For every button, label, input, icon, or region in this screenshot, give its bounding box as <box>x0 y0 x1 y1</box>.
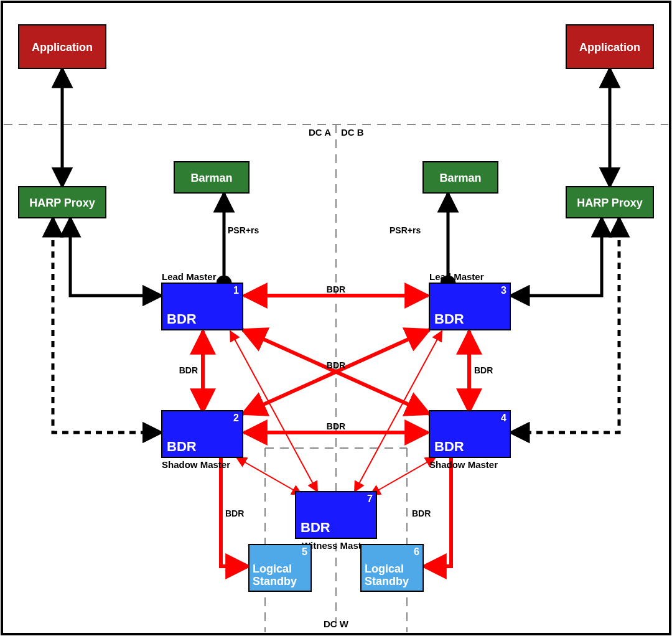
svg-text:HARP Proxy: HARP Proxy <box>577 197 643 209</box>
node-barman-a: Barman <box>174 162 249 193</box>
node-bdr3: 3 BDR <box>429 283 510 330</box>
node-harp-left: HARP Proxy <box>19 187 106 218</box>
node-ls6: 6 Logical Standby <box>361 545 423 591</box>
svg-text:Barman: Barman <box>439 172 481 184</box>
svg-text:BDR: BDR <box>167 439 197 454</box>
role-bdr7: Witness Master <box>302 540 370 551</box>
svg-text:Application: Application <box>32 41 93 54</box>
role-bdr4: Shadow Master <box>429 459 498 470</box>
diagram-frame <box>2 2 670 634</box>
role-bdr1: Lead Master <box>162 271 217 282</box>
region-label-dcb: DC B <box>341 127 364 138</box>
edgelabel-psr-a: PSR+rs <box>228 225 259 235</box>
node-ls5: 5 Logical Standby <box>249 545 311 591</box>
svg-text:HARP Proxy: HARP Proxy <box>29 197 95 209</box>
node-barman-b: Barman <box>423 162 498 193</box>
svg-text:Standby: Standby <box>365 575 409 587</box>
svg-text:Standby: Standby <box>253 575 297 587</box>
node-bdr4: 4 BDR <box>429 411 510 457</box>
node-bdr1: 1 BDR <box>162 283 243 330</box>
svg-text:1: 1 <box>233 285 239 296</box>
node-application-left: Application <box>19 25 106 68</box>
svg-text:6: 6 <box>414 546 419 557</box>
edgelabel-bdr25: BDR <box>225 508 244 518</box>
svg-text:3: 3 <box>501 285 506 296</box>
svg-text:2: 2 <box>233 413 239 423</box>
svg-text:5: 5 <box>302 546 307 557</box>
svg-text:Logical: Logical <box>253 563 292 575</box>
architecture-diagram: DC A DC B DC W PSR+rs PSR+rs BDR BDR BDR… <box>0 0 672 636</box>
edgelabel-psr-b: PSR+rs <box>390 225 421 235</box>
svg-text:4: 4 <box>501 413 506 423</box>
region-label-dcw: DC W <box>324 619 349 629</box>
svg-text:BDR: BDR <box>301 520 330 535</box>
svg-text:BDR: BDR <box>434 439 464 454</box>
edgelabel-bdrx: BDR <box>327 360 345 370</box>
role-bdr2: Shadow Master <box>162 459 230 470</box>
svg-text:Barman: Barman <box>190 172 232 184</box>
svg-text:Application: Application <box>579 41 640 54</box>
edgelabel-bdr12: BDR <box>179 365 198 375</box>
node-harp-right: HARP Proxy <box>566 187 653 218</box>
svg-text:Logical: Logical <box>365 563 404 575</box>
edgelabel-bdr34: BDR <box>474 365 493 375</box>
edgelabel-bdr24: BDR <box>327 421 345 431</box>
node-bdr2: 2 BDR <box>162 411 243 457</box>
node-application-right: Application <box>566 25 653 68</box>
node-bdr7: 7 BDR <box>296 492 376 538</box>
edgelabel-bdr46: BDR <box>412 508 431 518</box>
role-bdr3: Lead Master <box>429 271 484 282</box>
svg-text:7: 7 <box>367 493 373 504</box>
region-label-dca: DC A <box>309 127 331 138</box>
svg-text:BDR: BDR <box>167 311 197 327</box>
svg-text:BDR: BDR <box>434 311 464 327</box>
edgelabel-bdr13: BDR <box>327 284 345 294</box>
